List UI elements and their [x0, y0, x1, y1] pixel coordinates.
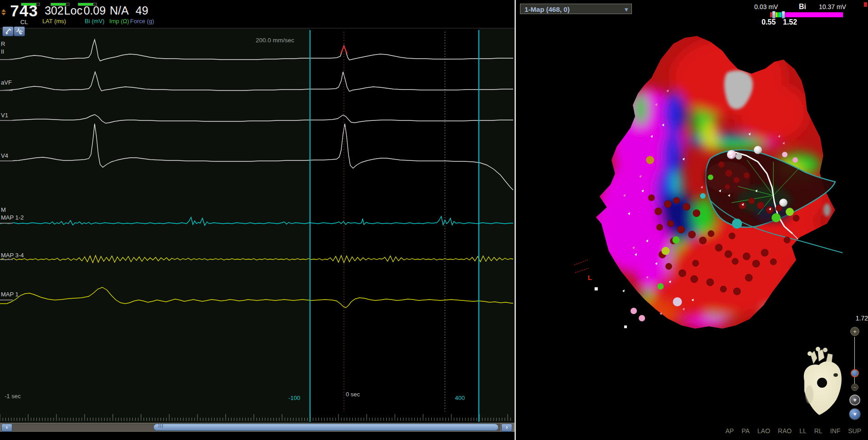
annotation-tool-button[interactable] [2, 26, 14, 36]
threshold-handle-high[interactable] [782, 11, 785, 19]
time-label-left: -1 sec [5, 393, 21, 400]
map-selector-label: 1-Map (468, 0) [525, 5, 570, 13]
voltage-color-bar[interactable] [770, 12, 843, 17]
lat-label: LAT (ms) [39, 18, 69, 25]
map-3d-viewport[interactable]: L [516, 0, 868, 440]
cl-value: 743 [9, 4, 39, 18]
scale-metric-label: Bi [799, 3, 806, 11]
lead-label-map12: MAP 1-2 [1, 214, 24, 221]
scale-min-label: 0.03 mV [754, 3, 778, 10]
waveform-plus-icon [16, 28, 23, 35]
bi-label: Bi (mV) [82, 18, 107, 25]
time-scrollbar[interactable]: ‹ › [0, 423, 515, 432]
lead-label-ii: II [1, 48, 4, 55]
voltage-map-surface[interactable]: L [574, 36, 843, 329]
orientation-buttons: AP PA LAO RAO LL RL INF SUP [725, 427, 861, 435]
selection-window-band [310, 28, 479, 423]
orientation-ap[interactable]: AP [725, 427, 734, 435]
corner-flag-marker [864, 2, 867, 7]
imp-label: Imp (Ω) [106, 18, 132, 25]
sweep-speed-label: 200.0 mm/sec [256, 37, 294, 44]
heart-sync-button[interactable]: ♥ [849, 408, 861, 420]
add-waveform-button[interactable] [14, 26, 25, 36]
bi-value: 0.09 [82, 4, 107, 17]
scrollbar-grip-icon[interactable] [159, 424, 163, 428]
waveform-display[interactable]: R II aVF V1 V4 M MAP 1-2 MAP 3-4 MAP 1 2… [0, 0, 515, 440]
metric-imp: N/A Imp (Ω) [106, 4, 132, 25]
l-annotation: L [574, 260, 592, 281]
ep-mapping-workstation: R II aVF V1 V4 M MAP 1-2 MAP 3-4 MAP 1 2… [0, 0, 868, 440]
lead-label-v4: V4 [1, 152, 8, 159]
orientation-lao[interactable]: LAO [757, 427, 770, 435]
scroll-right-button[interactable]: › [501, 424, 512, 432]
lead-label-m: M [1, 206, 6, 213]
lead-label-avf: aVF [1, 79, 12, 86]
zoom-slider-knob[interactable] [851, 369, 859, 377]
lead-label-map1: MAP 1 [1, 291, 19, 298]
metric-bi: 0.09 Bi (mV) [82, 4, 107, 25]
window-start-label: -100 [288, 395, 300, 401]
orientation-sup[interactable]: SUP [848, 427, 861, 435]
window-end-label: 400 [455, 395, 465, 401]
threshold-high-value: 1.52 [783, 18, 797, 26]
orientation-inf[interactable]: INF [830, 427, 841, 435]
imp-value: N/A [106, 4, 132, 17]
heart-view-button[interactable]: ♥ [849, 395, 860, 405]
hammer-tool-icon [5, 28, 12, 35]
lead-label-r: R [1, 40, 5, 47]
force-value: 49 [130, 4, 154, 17]
orientation-rl[interactable]: RL [814, 427, 823, 435]
sort-chevrons-icon[interactable] [1, 8, 7, 16]
metric-cl: 743 CL [9, 4, 39, 25]
force-label: Force (g) [130, 18, 154, 25]
scroll-left-button[interactable]: ‹ [1, 424, 12, 432]
cl-label: CL [9, 19, 39, 25]
heart-orientation-reference [804, 347, 842, 415]
scale-max-label: 10.37 mV [819, 3, 846, 10]
map-selector-dropdown[interactable]: 1-Map (468, 0) ▾ [520, 4, 632, 14]
threshold-low-value: 0.55 [762, 18, 776, 26]
chevron-down-icon: ▾ [625, 4, 628, 15]
scrollbar-thumb[interactable] [153, 424, 499, 431]
metric-loc: Loc [63, 4, 83, 17]
threshold-handle-low[interactable] [772, 11, 776, 19]
svg-text:L: L [588, 274, 592, 281]
bottom-strip [0, 432, 515, 440]
signal-review-panel: R II aVF V1 V4 M MAP 1-2 MAP 3-4 MAP 1 2… [0, 0, 515, 440]
orientation-pa[interactable]: PA [742, 427, 750, 435]
orientation-rao[interactable]: RAO [778, 427, 792, 435]
lead-label-v1: V1 [1, 112, 8, 119]
metric-force: 49 Force (g) [130, 4, 154, 25]
zoom-out-button[interactable]: − [851, 384, 858, 391]
loc-value: Loc [63, 4, 83, 17]
map-3d-panel: L 1-Map (468, 0) ▾ 0.03 mV Bi [515, 0, 868, 440]
time-label-zero: 0 sec [346, 391, 360, 398]
zoom-value: 1.72 [851, 315, 868, 322]
zoom-in-button[interactable]: + [850, 327, 859, 336]
lead-label-map34: MAP 3-4 [1, 252, 24, 259]
colorbar-high-segment [783, 12, 843, 17]
orientation-ll[interactable]: LL [799, 427, 807, 435]
